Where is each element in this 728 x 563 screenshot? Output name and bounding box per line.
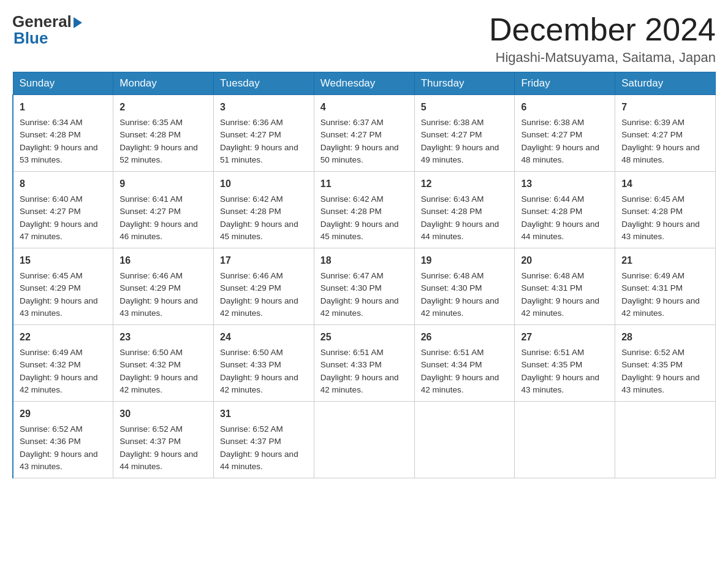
day-number: 29 — [20, 407, 107, 421]
week-row-5: 29Sunrise: 6:52 AMSunset: 4:36 PMDayligh… — [13, 402, 716, 478]
week-row-2: 8Sunrise: 6:40 AMSunset: 4:27 PMDaylight… — [13, 172, 716, 248]
calendar-header-row: SundayMondayTuesdayWednesdayThursdayFrid… — [13, 72, 716, 95]
calendar-cell: 20Sunrise: 6:48 AMSunset: 4:31 PMDayligh… — [515, 248, 615, 325]
logo-blue: Blue — [13, 29, 48, 48]
header-saturday: Saturday — [615, 72, 716, 95]
day-number: 21 — [621, 253, 709, 268]
calendar-cell: 28Sunrise: 6:52 AMSunset: 4:35 PMDayligh… — [615, 325, 716, 402]
day-number: 18 — [320, 253, 408, 268]
calendar-cell: 15Sunrise: 6:45 AMSunset: 4:29 PMDayligh… — [13, 248, 113, 325]
day-number: 23 — [119, 330, 207, 345]
calendar-cell: 13Sunrise: 6:44 AMSunset: 4:28 PMDayligh… — [515, 172, 615, 248]
day-number: 24 — [220, 330, 308, 345]
header-sunday: Sunday — [13, 72, 113, 95]
calendar-cell: 31Sunrise: 6:52 AMSunset: 4:37 PMDayligh… — [214, 402, 314, 478]
calendar-cell: 6Sunrise: 6:38 AMSunset: 4:27 PMDaylight… — [515, 95, 615, 172]
day-number: 12 — [421, 177, 509, 191]
calendar-cell: 1Sunrise: 6:34 AMSunset: 4:28 PMDaylight… — [13, 95, 113, 172]
calendar-cell: 7Sunrise: 6:39 AMSunset: 4:27 PMDaylight… — [615, 95, 716, 172]
day-number: 30 — [119, 407, 207, 421]
calendar-table: SundayMondayTuesdayWednesdayThursdayFrid… — [12, 72, 716, 478]
calendar-cell — [615, 402, 716, 478]
header-tuesday: Tuesday — [214, 72, 314, 95]
day-number: 11 — [320, 177, 408, 191]
week-row-1: 1Sunrise: 6:34 AMSunset: 4:28 PMDaylight… — [13, 95, 716, 172]
page-header: General Blue December 2024 Higashi-Matsu… — [12, 12, 716, 66]
header-monday: Monday — [113, 72, 214, 95]
day-number: 6 — [521, 100, 609, 115]
calendar-cell — [515, 402, 615, 478]
calendar-cell: 10Sunrise: 6:42 AMSunset: 4:28 PMDayligh… — [214, 172, 314, 248]
day-number: 28 — [621, 330, 709, 345]
day-number: 25 — [320, 330, 408, 345]
day-number: 4 — [320, 100, 408, 115]
day-number: 17 — [220, 253, 308, 268]
calendar-cell: 30Sunrise: 6:52 AMSunset: 4:37 PMDayligh… — [113, 402, 214, 478]
calendar-cell: 12Sunrise: 6:43 AMSunset: 4:28 PMDayligh… — [414, 172, 515, 248]
header-wednesday: Wednesday — [314, 72, 414, 95]
day-number: 22 — [20, 330, 107, 345]
logo: General Blue — [12, 12, 82, 48]
title-block: December 2024 Higashi-Matsuyama, Saitama… — [489, 12, 716, 66]
calendar-cell: 8Sunrise: 6:40 AMSunset: 4:27 PMDaylight… — [13, 172, 113, 248]
calendar-cell: 18Sunrise: 6:47 AMSunset: 4:30 PMDayligh… — [314, 248, 414, 325]
day-number: 20 — [521, 253, 609, 268]
calendar-cell — [414, 402, 515, 478]
calendar-cell: 9Sunrise: 6:41 AMSunset: 4:27 PMDaylight… — [113, 172, 214, 248]
day-number: 8 — [20, 177, 107, 191]
day-number: 26 — [421, 330, 509, 345]
calendar-cell: 3Sunrise: 6:36 AMSunset: 4:27 PMDaylight… — [214, 95, 314, 172]
calendar-cell: 4Sunrise: 6:37 AMSunset: 4:27 PMDaylight… — [314, 95, 414, 172]
calendar-cell — [314, 402, 414, 478]
calendar-cell: 26Sunrise: 6:51 AMSunset: 4:34 PMDayligh… — [414, 325, 515, 402]
calendar-cell: 11Sunrise: 6:42 AMSunset: 4:28 PMDayligh… — [314, 172, 414, 248]
calendar-cell: 17Sunrise: 6:46 AMSunset: 4:29 PMDayligh… — [214, 248, 314, 325]
day-number: 31 — [220, 407, 308, 421]
calendar-cell: 27Sunrise: 6:51 AMSunset: 4:35 PMDayligh… — [515, 325, 615, 402]
day-number: 5 — [421, 100, 509, 115]
day-number: 10 — [220, 177, 308, 191]
calendar-cell: 14Sunrise: 6:45 AMSunset: 4:28 PMDayligh… — [615, 172, 716, 248]
day-number: 2 — [119, 100, 207, 115]
calendar-cell: 24Sunrise: 6:50 AMSunset: 4:33 PMDayligh… — [214, 325, 314, 402]
calendar-cell: 23Sunrise: 6:50 AMSunset: 4:32 PMDayligh… — [113, 325, 214, 402]
calendar-cell: 22Sunrise: 6:49 AMSunset: 4:32 PMDayligh… — [13, 325, 113, 402]
day-number: 19 — [421, 253, 509, 268]
week-row-3: 15Sunrise: 6:45 AMSunset: 4:29 PMDayligh… — [13, 248, 716, 325]
calendar-cell: 5Sunrise: 6:38 AMSunset: 4:27 PMDaylight… — [414, 95, 515, 172]
week-row-4: 22Sunrise: 6:49 AMSunset: 4:32 PMDayligh… — [13, 325, 716, 402]
header-friday: Friday — [515, 72, 615, 95]
calendar-cell: 19Sunrise: 6:48 AMSunset: 4:30 PMDayligh… — [414, 248, 515, 325]
day-number: 13 — [521, 177, 609, 191]
day-number: 16 — [119, 253, 207, 268]
day-number: 15 — [20, 253, 107, 268]
day-number: 7 — [621, 100, 709, 115]
day-number: 14 — [621, 177, 709, 191]
location-title: Higashi-Matsuyama, Saitama, Japan — [489, 50, 716, 66]
day-number: 3 — [220, 100, 308, 115]
calendar-cell: 16Sunrise: 6:46 AMSunset: 4:29 PMDayligh… — [113, 248, 214, 325]
day-number: 27 — [521, 330, 609, 345]
day-number: 9 — [119, 177, 207, 191]
month-title: December 2024 — [489, 12, 716, 47]
calendar-cell: 29Sunrise: 6:52 AMSunset: 4:36 PMDayligh… — [13, 402, 113, 478]
calendar-cell: 2Sunrise: 6:35 AMSunset: 4:28 PMDaylight… — [113, 95, 214, 172]
calendar-cell: 21Sunrise: 6:49 AMSunset: 4:31 PMDayligh… — [615, 248, 716, 325]
header-thursday: Thursday — [414, 72, 515, 95]
calendar-cell: 25Sunrise: 6:51 AMSunset: 4:33 PMDayligh… — [314, 325, 414, 402]
day-number: 1 — [20, 100, 107, 115]
logo-triangle-icon — [74, 17, 82, 28]
